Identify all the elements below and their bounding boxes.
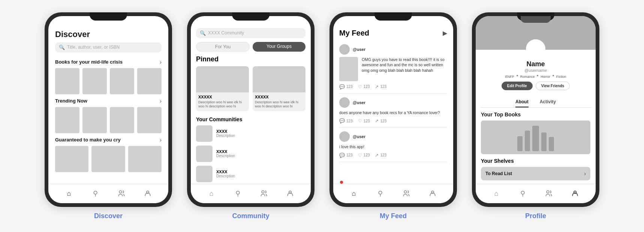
- community-desc-3: Description: [216, 174, 235, 178]
- nav-community-icon[interactable]: [117, 189, 126, 198]
- username-1: @user: [353, 47, 365, 52]
- like-action-3[interactable]: ♡ 123: [358, 153, 370, 158]
- user-avatar-2: [339, 97, 350, 108]
- profile-body[interactable]: Name @username ENFP Romance Horror Ficti…: [476, 50, 596, 184]
- pinned-img-2: [253, 66, 306, 92]
- share-action-2[interactable]: ↗ 123: [375, 118, 386, 123]
- profile-name-section: Name @username ENFP Romance Horror Ficti…: [476, 60, 596, 97]
- discover-bottom-nav: ⌂ ⚲: [48, 184, 168, 203]
- tab-for-you[interactable]: For You: [196, 42, 250, 52]
- share-icon: ↗: [375, 153, 379, 158]
- nav-search-icon[interactable]: ⚲: [376, 189, 385, 198]
- tab-your-groups[interactable]: Your Groups: [253, 42, 306, 52]
- nav-profile-icon[interactable]: [143, 189, 152, 198]
- feed-post-2: @user does anyone have any book recs for…: [339, 94, 447, 128]
- nav-search-icon[interactable]: ⚲: [518, 189, 527, 198]
- feed-scroll[interactable]: @user OMG guys you have to read this boo…: [333, 40, 453, 184]
- comment-icon: 💬: [339, 153, 345, 158]
- discover-search-placeholder: Title, author, user, or ISBN: [67, 45, 120, 50]
- nav-profile-icon[interactable]: [428, 189, 437, 198]
- svg-point-0: [119, 191, 122, 193]
- community-bottom-nav: ⌂ ⚲: [191, 184, 311, 203]
- shelves-title: Your Shelves: [476, 158, 596, 167]
- pinned-info-2: XXXXX Description woo hi wee idk hi woo …: [253, 92, 306, 111]
- nav-community-icon[interactable]: [259, 189, 268, 198]
- svg-point-2: [262, 191, 264, 193]
- svg-point-6: [547, 191, 549, 193]
- discover-title: Discover: [55, 30, 162, 39]
- profile-username: @username: [480, 68, 591, 73]
- post-actions-1: 💬 123 ♡ 123 ↗ 123: [339, 84, 447, 89]
- pinned-card-2[interactable]: XXXXX Description woo hi wee idk hi woo …: [253, 66, 306, 111]
- community-item-3[interactable]: XXXX Description: [196, 166, 306, 182]
- top-books-visual: [481, 120, 590, 154]
- book-bar-5: [549, 137, 554, 151]
- book-row-crisis: [55, 68, 162, 94]
- book-row-cry: [55, 146, 162, 172]
- tab-about[interactable]: About: [515, 97, 529, 107]
- comment-action-2[interactable]: 💬 123: [339, 118, 353, 123]
- community-item-1[interactable]: XXXX Description: [196, 125, 306, 142]
- book-thumb: [110, 107, 134, 133]
- nav-home-icon[interactable]: ⌂: [64, 189, 73, 198]
- shelf-item-to-read[interactable]: To Read List ›: [481, 167, 590, 180]
- comment-icon: 💬: [339, 84, 345, 89]
- post-text-3: i love this app!: [339, 144, 447, 150]
- phone-notch: [90, 12, 127, 21]
- user-avatar-3: [339, 131, 350, 142]
- like-action-1[interactable]: ♡ 123: [358, 84, 370, 89]
- profile-bottom-nav: ⌂ ⚲: [476, 184, 596, 203]
- discover-content: Discover 🔍 Title, author, user, or ISBN …: [48, 16, 168, 184]
- edit-profile-button[interactable]: Edit Profile: [502, 82, 533, 90]
- community-search-bar[interactable]: 🔍 XXXX Community: [196, 28, 306, 38]
- myfeed-label: My Feed: [380, 212, 407, 220]
- comment-action-3[interactable]: 💬 123: [339, 153, 353, 158]
- discover-search-bar[interactable]: 🔍 Title, author, user, or ISBN: [55, 42, 162, 52]
- like-count-1: 123: [364, 85, 370, 89]
- profile-tags: ENFP Romance Horror Fiction: [480, 75, 591, 79]
- feed-title: My Feed: [339, 29, 369, 37]
- post-text-1: OMG guys you have to read this book!!!! …: [362, 57, 447, 81]
- your-communities-title: Your Communities: [196, 116, 306, 122]
- nav-search-icon[interactable]: ⚲: [233, 189, 242, 198]
- discover-scroll[interactable]: Books for your mid-life crisis › Trendin…: [48, 55, 168, 184]
- shelf-chevron-icon: ›: [584, 171, 586, 177]
- community-name-3: XXXX: [216, 170, 235, 174]
- post-user-row-2: @user: [339, 97, 447, 108]
- book-bar-2: [525, 131, 530, 151]
- share-action-1[interactable]: ↗ 123: [375, 84, 386, 89]
- pinned-title: Pinned: [196, 55, 306, 63]
- myfeed-screen-wrapper: My Feed ▶ @user OMG guys you: [329, 12, 457, 220]
- feed-post-1: @user OMG guys you have to read this boo…: [339, 40, 447, 94]
- tab-activity[interactable]: Activity: [540, 97, 556, 107]
- username-2: @user: [353, 100, 365, 105]
- view-friends-button[interactable]: View Friends: [536, 82, 570, 90]
- discover-phone: Discover 🔍 Title, author, user, or ISBN …: [45, 12, 172, 207]
- nav-profile-icon[interactable]: [286, 189, 295, 198]
- community-img-1: [196, 125, 213, 142]
- comment-count-1: 123: [346, 85, 353, 89]
- nav-search-icon[interactable]: ⚲: [91, 189, 100, 198]
- nav-home-icon[interactable]: ⌂: [349, 189, 358, 198]
- community-item-2[interactable]: XXXX Description: [196, 146, 306, 162]
- nav-community-icon[interactable]: [402, 189, 411, 198]
- nav-community-icon[interactable]: [544, 189, 553, 198]
- feed-post-3: @user i love this app! 💬 123 ♡ 1: [339, 128, 447, 162]
- nav-home-icon[interactable]: ⌂: [207, 189, 216, 198]
- book-bar-1: [517, 136, 523, 151]
- share-action-3[interactable]: ↗ 123: [375, 153, 386, 158]
- send-icon: ▶: [443, 30, 447, 37]
- book-thumb: [55, 68, 79, 94]
- like-action-2[interactable]: ♡ 123: [358, 118, 370, 123]
- pinned-card-1[interactable]: XXXXX Description woo hi wee idk hi woo …: [196, 66, 249, 111]
- comment-action-1[interactable]: 💬 123: [339, 84, 353, 89]
- community-img-3: [196, 166, 213, 182]
- phone-notch: [232, 12, 270, 21]
- profile-content: Name @username ENFP Romance Horror Ficti…: [476, 16, 596, 184]
- community-scroll[interactable]: Pinned XXXXX Description woo hi wee idk …: [191, 55, 311, 184]
- nav-home-icon[interactable]: ⌂: [492, 189, 501, 198]
- profile-notch-overlay: [521, 16, 551, 23]
- nav-profile-icon[interactable]: [571, 189, 580, 198]
- tag-separator: [517, 75, 518, 76]
- pinned-info-1: XXXXX Description woo hi wee idk hi woo …: [196, 92, 249, 111]
